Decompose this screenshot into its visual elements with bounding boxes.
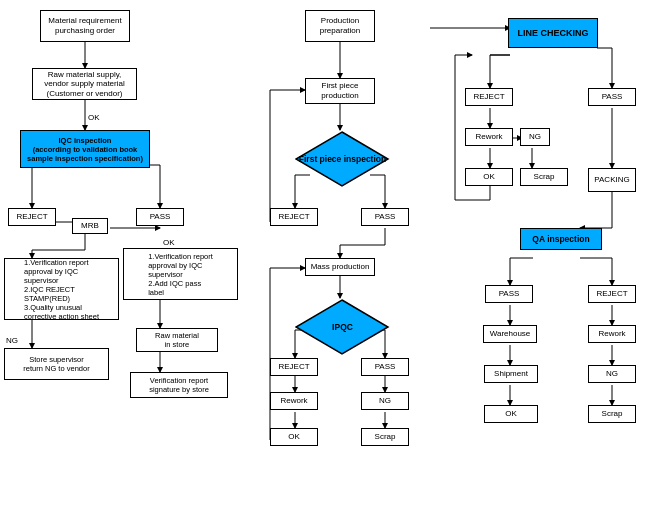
packing-label: PACKING — [594, 175, 629, 185]
line-checking-box: LINE CHECKING — [508, 18, 598, 48]
warehouse-box: Warehouse — [483, 325, 537, 343]
qa-inspection-box: QA inspection — [520, 228, 602, 250]
reject-lc-box: REJECT — [465, 88, 513, 106]
reject-fp-label: REJECT — [278, 212, 309, 222]
ok-ipqc-label: OK — [288, 432, 300, 442]
scrap-qa-label: Scrap — [602, 409, 623, 419]
iqc-inspection-label: IQC inspection (according to validation … — [27, 136, 143, 163]
mrb-box: MRB — [72, 218, 108, 234]
rework-ipqc-label: Rework — [280, 396, 307, 406]
ipqc-diamond: IPQC — [295, 298, 390, 356]
scrap-ipqc-box: Scrap — [361, 428, 409, 446]
ng-lc-label: NG — [529, 132, 541, 142]
raw-material-supply-box: Raw material supply, vendor supply mater… — [32, 68, 137, 100]
pass-qa-box: PASS — [485, 285, 533, 303]
store-supervisor-box: Store supervisor return NG to vendor — [4, 348, 109, 380]
pass-ipqc-label: PASS — [375, 362, 396, 372]
raw-material-store-label: Raw material in store — [155, 331, 199, 349]
ok-lc-box: OK — [465, 168, 513, 186]
ng-ipqc-label: NG — [379, 396, 391, 406]
material-req-label: Material requirement purchasing order — [48, 16, 121, 35]
first-piece-inspection-diamond: First piece inspection — [295, 130, 390, 188]
rework-lc-label: Rework — [475, 132, 502, 142]
ok-qa-label: OK — [505, 409, 517, 419]
verification-report-box: Verification report signature by store — [130, 372, 228, 398]
first-piece-inspection-label: First piece inspection — [299, 154, 386, 164]
pass-lc-label: PASS — [602, 92, 623, 102]
ipqc-label: IPQC — [332, 322, 353, 332]
reject-ipqc-label: REJECT — [278, 362, 309, 372]
warehouse-label: Warehouse — [490, 329, 531, 339]
scrap-lc-box: Scrap — [520, 168, 568, 186]
qa-inspection-label: QA inspection — [532, 234, 589, 244]
ok-label-1: OK — [88, 113, 100, 122]
material-req-box: Material requirement purchasing order — [40, 10, 130, 42]
verification2-label: 1.Verification report approval by IQC su… — [148, 252, 213, 297]
raw-material-store-box: Raw material in store — [136, 328, 218, 352]
first-piece-prod-label: First piece production — [321, 81, 358, 100]
ng-label-1: NG — [6, 336, 18, 345]
reject-ipqc-box: REJECT — [270, 358, 318, 376]
pass-ipqc-box: PASS — [361, 358, 409, 376]
rework-ipqc-box: Rework — [270, 392, 318, 410]
ng-qa-label: NG — [606, 369, 618, 379]
flowchart: Material requirement purchasing order Ra… — [0, 0, 660, 508]
raw-material-supply-label: Raw material supply, vendor supply mater… — [44, 70, 124, 99]
ng-qa-box: NG — [588, 365, 636, 383]
first-piece-prod-box: First piece production — [305, 78, 375, 104]
verification-report-label: Verification report signature by store — [149, 376, 209, 394]
reject-qa-label: REJECT — [596, 289, 627, 299]
mass-production-label: Mass production — [311, 262, 370, 272]
production-prep-box: Production preparation — [305, 10, 375, 42]
verification1-box: 1.Verification report approval by IQC su… — [4, 258, 119, 320]
shipment-label: Shipment — [494, 369, 528, 379]
ng-ipqc-box: NG — [361, 392, 409, 410]
mass-production-box: Mass production — [305, 258, 375, 276]
ok-ipqc-box: OK — [270, 428, 318, 446]
packing-box: PACKING — [588, 168, 636, 192]
verification2-box: 1.Verification report approval by IQC su… — [123, 248, 238, 300]
scrap-ipqc-label: Scrap — [375, 432, 396, 442]
iqc-inspection-box: IQC inspection (according to validation … — [20, 130, 150, 168]
reject-fp-box: REJECT — [270, 208, 318, 226]
reject1-label: REJECT — [16, 212, 47, 222]
scrap-lc-label: Scrap — [534, 172, 555, 182]
pass-fp-label: PASS — [375, 212, 396, 222]
ok-qa-box: OK — [484, 405, 538, 423]
line-checking-label: LINE CHECKING — [517, 28, 588, 39]
ok-label-2: OK — [163, 238, 175, 247]
ok-lc-label: OK — [483, 172, 495, 182]
reject-qa-box: REJECT — [588, 285, 636, 303]
pass-fp-box: PASS — [361, 208, 409, 226]
production-prep-label: Production preparation — [320, 16, 360, 35]
store-supervisor-label: Store supervisor return NG to vendor — [23, 355, 89, 373]
verification1-label: 1.Verification report approval by IQC su… — [24, 258, 99, 321]
rework-qa-box: Rework — [588, 325, 636, 343]
pass-qa-label: PASS — [499, 289, 520, 299]
mrb-label: MRB — [81, 221, 99, 231]
reject1-box: REJECT — [8, 208, 56, 226]
pass1-box: PASS — [136, 208, 184, 226]
ng-lc-box: NG — [520, 128, 550, 146]
pass1-label: PASS — [150, 212, 171, 222]
pass-lc-box: PASS — [588, 88, 636, 106]
shipment-box: Shipment — [484, 365, 538, 383]
rework-lc-box: Rework — [465, 128, 513, 146]
scrap-qa-box: Scrap — [588, 405, 636, 423]
reject-lc-label: REJECT — [473, 92, 504, 102]
rework-qa-label: Rework — [598, 329, 625, 339]
